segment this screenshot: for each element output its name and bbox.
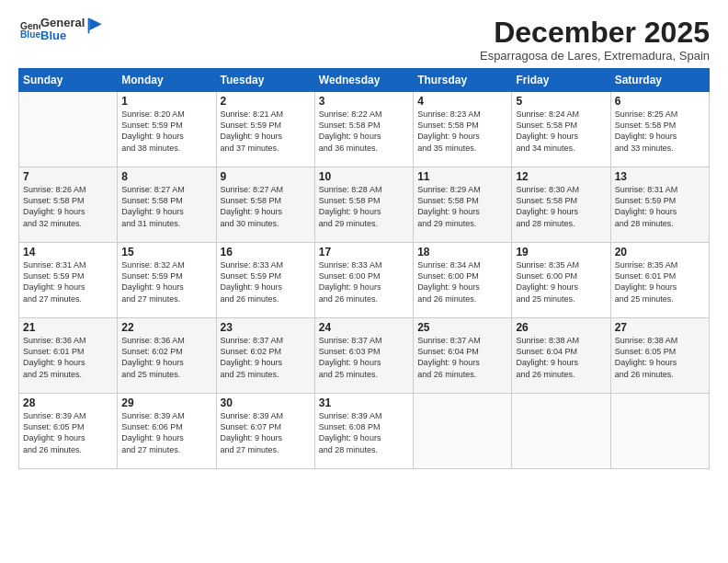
logo-general: General [40, 17, 85, 29]
day-info: Sunrise: 8:34 AM Sunset: 6:00 PM Dayligh… [417, 259, 507, 304]
day-info: Sunrise: 8:23 AM Sunset: 5:58 PM Dayligh… [417, 109, 507, 154]
table-row: 20Sunrise: 8:35 AM Sunset: 6:01 PM Dayli… [610, 243, 709, 318]
table-row: 9Sunrise: 8:27 AM Sunset: 5:58 PM Daylig… [216, 167, 314, 243]
table-row: 27Sunrise: 8:38 AM Sunset: 6:05 PM Dayli… [610, 318, 709, 394]
table-row: 17Sunrise: 8:33 AM Sunset: 6:00 PM Dayli… [314, 243, 413, 318]
header-wednesday: Wednesday [314, 69, 413, 92]
table-row: 15Sunrise: 8:32 AM Sunset: 5:59 PM Dayli… [118, 243, 216, 318]
logo-blue: Blue [40, 29, 85, 42]
table-row: 2Sunrise: 8:21 AM Sunset: 5:59 PM Daylig… [216, 92, 314, 167]
table-row: 6Sunrise: 8:25 AM Sunset: 5:58 PM Daylig… [610, 92, 709, 167]
table-row: 23Sunrise: 8:37 AM Sunset: 6:02 PM Dayli… [216, 318, 314, 394]
day-info: Sunrise: 8:33 AM Sunset: 6:00 PM Dayligh… [319, 259, 409, 304]
day-number: 15 [121, 246, 211, 259]
header-friday: Friday [512, 69, 610, 92]
header-monday: Monday [118, 69, 216, 92]
table-row: 8Sunrise: 8:27 AM Sunset: 5:58 PM Daylig… [118, 167, 216, 243]
location: Esparragosa de Lares, Extremadura, Spain [480, 49, 710, 63]
logo: General Blue General Blue [18, 17, 105, 43]
table-row: 3Sunrise: 8:22 AM Sunset: 5:58 PM Daylig… [314, 92, 413, 167]
day-info: Sunrise: 8:39 AM Sunset: 6:06 PM Dayligh… [121, 410, 211, 455]
header-sunday: Sunday [19, 69, 118, 92]
table-row: 21Sunrise: 8:36 AM Sunset: 6:01 PM Dayli… [19, 318, 118, 394]
table-row: 5Sunrise: 8:24 AM Sunset: 5:58 PM Daylig… [512, 92, 610, 167]
day-info: Sunrise: 8:39 AM Sunset: 6:08 PM Dayligh… [319, 410, 409, 455]
svg-marker-3 [90, 18, 102, 30]
day-number: 27 [615, 321, 705, 334]
day-info: Sunrise: 8:38 AM Sunset: 6:04 PM Dayligh… [516, 335, 606, 380]
day-info: Sunrise: 8:20 AM Sunset: 5:59 PM Dayligh… [121, 109, 211, 154]
logo-icon: General Blue [20, 19, 40, 40]
table-row: 29Sunrise: 8:39 AM Sunset: 6:06 PM Dayli… [118, 394, 216, 469]
day-number: 11 [417, 170, 507, 183]
day-number: 28 [23, 396, 113, 409]
month-title: December 2025 [480, 17, 710, 49]
day-info: Sunrise: 8:37 AM Sunset: 6:02 PM Dayligh… [221, 335, 311, 380]
day-info: Sunrise: 8:37 AM Sunset: 6:04 PM Dayligh… [417, 335, 507, 380]
table-row: 19Sunrise: 8:35 AM Sunset: 6:00 PM Dayli… [512, 243, 610, 318]
header-thursday: Thursday [414, 69, 512, 92]
day-number: 8 [121, 170, 211, 183]
day-number: 5 [516, 95, 606, 108]
logo-flag-icon [86, 17, 105, 35]
day-info: Sunrise: 8:31 AM Sunset: 5:59 PM Dayligh… [615, 184, 705, 229]
table-row: 25Sunrise: 8:37 AM Sunset: 6:04 PM Dayli… [414, 318, 512, 394]
day-info: Sunrise: 8:24 AM Sunset: 5:58 PM Dayligh… [516, 109, 606, 154]
table-row [19, 92, 118, 167]
day-number: 19 [516, 246, 606, 259]
day-number: 16 [221, 246, 311, 259]
day-number: 7 [23, 170, 113, 183]
day-number: 18 [417, 246, 507, 259]
day-number: 2 [221, 95, 311, 108]
day-number: 17 [319, 246, 409, 259]
table-row: 26Sunrise: 8:38 AM Sunset: 6:04 PM Dayli… [512, 318, 610, 394]
svg-rect-4 [88, 18, 90, 34]
table-row: 14Sunrise: 8:31 AM Sunset: 5:59 PM Dayli… [19, 243, 118, 318]
day-number: 4 [417, 95, 507, 108]
day-number: 29 [121, 396, 211, 409]
page-header: General Blue General Blue December 2025 … [18, 17, 710, 63]
day-info: Sunrise: 8:36 AM Sunset: 6:01 PM Dayligh… [23, 335, 113, 380]
table-row: 7Sunrise: 8:26 AM Sunset: 5:58 PM Daylig… [19, 167, 118, 243]
day-number: 30 [221, 396, 311, 409]
day-number: 31 [319, 396, 409, 409]
day-info: Sunrise: 8:31 AM Sunset: 5:59 PM Dayligh… [23, 259, 113, 304]
table-row: 12Sunrise: 8:30 AM Sunset: 5:58 PM Dayli… [512, 167, 610, 243]
table-row [610, 394, 709, 469]
svg-text:Blue: Blue [20, 29, 40, 40]
day-info: Sunrise: 8:27 AM Sunset: 5:58 PM Dayligh… [121, 184, 211, 229]
day-info: Sunrise: 8:22 AM Sunset: 5:58 PM Dayligh… [319, 109, 409, 154]
day-info: Sunrise: 8:39 AM Sunset: 6:07 PM Dayligh… [221, 410, 311, 455]
day-number: 22 [121, 321, 211, 334]
day-number: 24 [319, 321, 409, 334]
day-info: Sunrise: 8:35 AM Sunset: 6:01 PM Dayligh… [615, 259, 705, 304]
day-info: Sunrise: 8:39 AM Sunset: 6:05 PM Dayligh… [23, 410, 113, 455]
table-row: 16Sunrise: 8:33 AM Sunset: 5:59 PM Dayli… [216, 243, 314, 318]
table-row: 10Sunrise: 8:28 AM Sunset: 5:58 PM Dayli… [314, 167, 413, 243]
day-info: Sunrise: 8:32 AM Sunset: 5:59 PM Dayligh… [121, 259, 211, 304]
table-row [512, 394, 610, 469]
day-info: Sunrise: 8:25 AM Sunset: 5:58 PM Dayligh… [615, 109, 705, 154]
header-saturday: Saturday [610, 69, 709, 92]
day-number: 12 [516, 170, 606, 183]
title-block: December 2025 Esparragosa de Lares, Extr… [480, 17, 710, 63]
day-info: Sunrise: 8:28 AM Sunset: 5:58 PM Dayligh… [319, 184, 409, 229]
day-info: Sunrise: 8:38 AM Sunset: 6:05 PM Dayligh… [615, 335, 705, 380]
day-number: 21 [23, 321, 113, 334]
day-info: Sunrise: 8:27 AM Sunset: 5:58 PM Dayligh… [221, 184, 311, 229]
day-number: 26 [516, 321, 606, 334]
day-number: 6 [615, 95, 705, 108]
day-number: 20 [615, 246, 705, 259]
day-number: 14 [23, 246, 113, 259]
day-number: 10 [319, 170, 409, 183]
weekday-header-row: Sunday Monday Tuesday Wednesday Thursday… [19, 69, 710, 92]
table-row [414, 394, 512, 469]
day-number: 13 [615, 170, 705, 183]
table-row: 11Sunrise: 8:29 AM Sunset: 5:58 PM Dayli… [414, 167, 512, 243]
table-row: 22Sunrise: 8:36 AM Sunset: 6:02 PM Dayli… [118, 318, 216, 394]
table-row: 18Sunrise: 8:34 AM Sunset: 6:00 PM Dayli… [414, 243, 512, 318]
table-row: 13Sunrise: 8:31 AM Sunset: 5:59 PM Dayli… [610, 167, 709, 243]
day-info: Sunrise: 8:33 AM Sunset: 5:59 PM Dayligh… [221, 259, 311, 304]
day-info: Sunrise: 8:30 AM Sunset: 5:58 PM Dayligh… [516, 184, 606, 229]
table-row: 24Sunrise: 8:37 AM Sunset: 6:03 PM Dayli… [314, 318, 413, 394]
